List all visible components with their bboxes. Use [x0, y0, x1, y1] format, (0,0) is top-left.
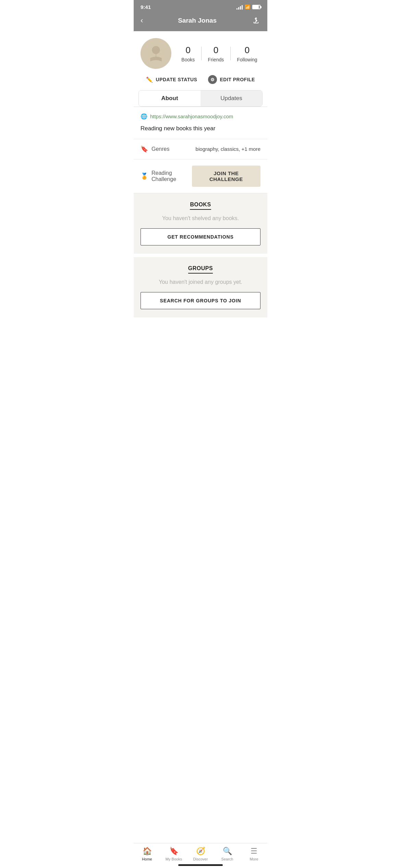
stat-books[interactable]: 0 Books	[181, 45, 195, 62]
search-groups-button[interactable]: SEARCH FOR GROUPS TO JOIN	[141, 292, 260, 309]
books-label: Books	[181, 57, 195, 62]
stat-divider-1	[201, 47, 202, 60]
wifi-icon: 📶	[245, 4, 250, 10]
friends-label: Friends	[208, 57, 224, 62]
following-label: Following	[237, 57, 257, 62]
pencil-icon: ✏️	[146, 76, 153, 83]
groups-empty-text: You haven't joined any groups yet.	[141, 279, 260, 285]
books-section: BOOKS You haven't shelved any books. GET…	[134, 193, 267, 254]
books-empty-text: You haven't shelved any books.	[141, 215, 260, 221]
status-icons: 📶	[236, 4, 260, 10]
battery-icon	[252, 5, 260, 9]
share-button[interactable]	[252, 16, 260, 25]
edit-profile-label: EDIT PROFILE	[220, 77, 255, 82]
genres-value: biography, classics, +1 more	[196, 146, 260, 152]
groups-title: GROUPS	[188, 265, 213, 274]
groups-section: GROUPS You haven't joined any groups yet…	[134, 257, 267, 317]
update-status-label: UPDATE STATUS	[156, 77, 197, 82]
svg-point-2	[152, 46, 160, 54]
reading-challenge-row: 🏅 Reading Challenge JOIN THE CHALLENGE	[134, 159, 267, 193]
nav-header: ‹ Sarah Jonas	[134, 13, 267, 31]
get-recommendations-button[interactable]: GET RECOMMENDATIONS	[141, 228, 260, 245]
about-section: 🌐 https://www.sarahjonasmoodjoy.com Read…	[134, 107, 267, 139]
bookmark-icon: 🔖	[141, 145, 148, 153]
challenge-left: 🏅 Reading Challenge	[141, 170, 192, 182]
back-button[interactable]: ‹	[141, 16, 143, 25]
website-url: https://www.sarahjonasmoodjoy.com	[150, 113, 233, 119]
books-header: BOOKS	[141, 202, 260, 210]
website-link[interactable]: 🌐 https://www.sarahjonasmoodjoy.com	[141, 113, 260, 120]
action-buttons: ✏️ UPDATE STATUS ⚙ EDIT PROFILE	[134, 75, 267, 90]
avatar	[141, 38, 171, 69]
tab-about[interactable]: About	[139, 91, 200, 106]
stat-following[interactable]: 0 Following	[237, 45, 257, 62]
edit-profile-button[interactable]: ⚙ EDIT PROFILE	[208, 75, 255, 84]
stats-container: 0 Books 0 Friends 0 Following	[178, 45, 260, 62]
groups-header: GROUPS	[141, 265, 260, 274]
bio-text: Reading new books this year	[141, 124, 260, 133]
stat-friends[interactable]: 0 Friends	[208, 45, 224, 62]
following-count: 0	[245, 45, 250, 56]
books-title: BOOKS	[190, 202, 211, 210]
update-status-button[interactable]: ✏️ UPDATE STATUS	[146, 75, 197, 84]
share-icon	[252, 17, 260, 24]
gear-icon: ⚙	[208, 75, 217, 84]
profile-tabs: About Updates	[134, 90, 267, 107]
reading-challenge-label: Reading Challenge	[151, 170, 192, 182]
genres-label: Genres	[151, 146, 169, 152]
time: 9:41	[141, 4, 151, 10]
page-title: Sarah Jonas	[178, 17, 217, 24]
globe-icon: 🌐	[141, 113, 147, 120]
friends-count: 0	[214, 45, 218, 56]
stat-divider-2	[230, 47, 231, 60]
join-challenge-button[interactable]: JOIN THE CHALLENGE	[192, 166, 260, 187]
genres-row[interactable]: 🔖 Genres biography, classics, +1 more	[134, 139, 267, 159]
profile-section: 0 Books 0 Friends 0 Following	[134, 31, 267, 75]
books-count: 0	[186, 45, 191, 56]
avatar-icon	[147, 45, 165, 62]
genres-left: 🔖 Genres	[141, 145, 169, 153]
medal-icon: 🏅	[141, 172, 148, 180]
signal-icon	[236, 5, 243, 10]
tab-updates[interactable]: Updates	[200, 91, 262, 106]
status-bar: 9:41 📶	[134, 0, 267, 13]
